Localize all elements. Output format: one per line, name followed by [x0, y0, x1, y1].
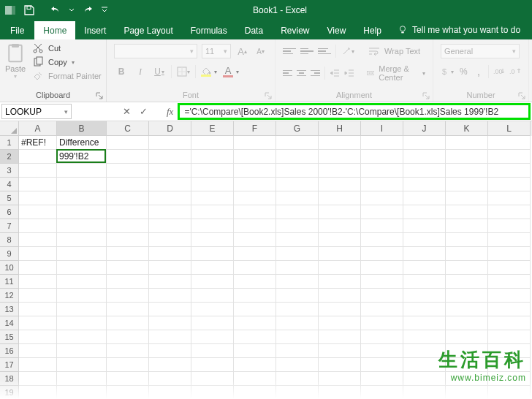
cell[interactable]: [19, 261, 57, 275]
row-header[interactable]: 14: [0, 316, 19, 330]
cell[interactable]: [488, 233, 531, 247]
cell[interactable]: [57, 289, 107, 303]
cell[interactable]: [191, 164, 234, 178]
cell[interactable]: [319, 205, 361, 219]
cell[interactable]: [57, 330, 107, 344]
cancel-button[interactable]: ✕: [123, 106, 131, 117]
cell[interactable]: [276, 247, 319, 261]
cell[interactable]: [149, 150, 191, 164]
col-header[interactable]: B: [57, 121, 107, 136]
cell[interactable]: [191, 261, 234, 275]
cell[interactable]: [19, 164, 57, 178]
select-all-corner[interactable]: [0, 121, 19, 136]
cell[interactable]: [57, 316, 107, 330]
cell[interactable]: [361, 219, 403, 233]
cell[interactable]: [403, 261, 446, 275]
cell[interactable]: [19, 316, 57, 330]
tab-home[interactable]: Home: [34, 21, 75, 39]
cell[interactable]: [319, 233, 361, 247]
cell[interactable]: [107, 358, 149, 372]
cell[interactable]: [19, 358, 57, 372]
cell[interactable]: [361, 330, 403, 344]
comma-button[interactable]: ,: [474, 64, 484, 79]
cell[interactable]: [234, 289, 276, 303]
cell[interactable]: [276, 330, 319, 344]
row-header[interactable]: 2: [0, 150, 19, 164]
col-header[interactable]: C: [107, 121, 149, 136]
cell[interactable]: [488, 289, 531, 303]
cell[interactable]: [191, 289, 234, 303]
align-center-button[interactable]: [297, 67, 306, 79]
cell[interactable]: [107, 164, 149, 178]
cell[interactable]: [191, 247, 234, 261]
col-header[interactable]: A: [19, 121, 57, 136]
cell[interactable]: [403, 289, 446, 303]
cell[interactable]: [191, 219, 234, 233]
bold-button[interactable]: B: [114, 64, 129, 79]
merge-center-button[interactable]: Merge & Center▾: [367, 64, 425, 82]
cell[interactable]: [234, 358, 276, 372]
cell[interactable]: [149, 358, 191, 372]
cell[interactable]: [319, 344, 361, 358]
align-middle-button[interactable]: [300, 45, 314, 57]
cell[interactable]: [403, 303, 446, 316]
col-header[interactable]: K: [446, 121, 488, 136]
row-header[interactable]: 5: [0, 191, 19, 205]
cell[interactable]: [446, 164, 488, 178]
cell[interactable]: [488, 303, 531, 316]
cell[interactable]: [234, 316, 276, 330]
cell[interactable]: [107, 219, 149, 233]
cell[interactable]: [57, 247, 107, 261]
cell[interactable]: [488, 219, 531, 233]
cell[interactable]: [403, 233, 446, 247]
accounting-format-button[interactable]: $▾: [441, 64, 454, 79]
tab-help[interactable]: Help: [354, 21, 390, 39]
qat-customize-icon[interactable]: [101, 4, 108, 16]
cell[interactable]: [403, 164, 446, 178]
col-header[interactable]: H: [319, 121, 361, 136]
cell[interactable]: [319, 330, 361, 344]
col-header[interactable]: E: [191, 121, 234, 136]
cell[interactable]: [361, 358, 403, 372]
cell[interactable]: [149, 191, 191, 205]
cell[interactable]: [107, 330, 149, 344]
fx-label[interactable]: fx: [167, 102, 178, 121]
wrap-text-button[interactable]: Wrap Text: [368, 46, 420, 56]
row-header[interactable]: 4: [0, 178, 19, 191]
name-box[interactable]: LOOKUP▾: [1, 104, 72, 119]
cell[interactable]: [361, 136, 403, 150]
cell[interactable]: [488, 261, 531, 275]
cell[interactable]: #REF!: [19, 136, 57, 150]
col-header[interactable]: D: [149, 121, 191, 136]
cell[interactable]: [191, 275, 234, 289]
cell[interactable]: [403, 247, 446, 261]
paste-button[interactable]: Paste ▾: [0, 39, 31, 89]
cell[interactable]: [276, 150, 319, 164]
cell[interactable]: [19, 289, 57, 303]
cell[interactable]: [488, 164, 531, 178]
cell[interactable]: [149, 275, 191, 289]
cell[interactable]: [361, 178, 403, 191]
cell[interactable]: [361, 261, 403, 275]
cell[interactable]: [57, 233, 107, 247]
cell[interactable]: [403, 178, 446, 191]
cell[interactable]: [57, 205, 107, 219]
cell[interactable]: [107, 178, 149, 191]
font-name-combo[interactable]: ▾: [114, 44, 197, 58]
cell[interactable]: [149, 344, 191, 358]
cell[interactable]: [319, 178, 361, 191]
align-right-button[interactable]: [311, 67, 320, 79]
col-header[interactable]: L: [488, 121, 531, 136]
tab-view[interactable]: View: [319, 21, 355, 39]
row-header[interactable]: 1: [0, 136, 19, 150]
cell[interactable]: [149, 205, 191, 219]
cell[interactable]: [488, 275, 531, 289]
cell[interactable]: [107, 344, 149, 358]
cell[interactable]: [234, 330, 276, 344]
cell[interactable]: [19, 303, 57, 316]
cell[interactable]: [149, 261, 191, 275]
cell[interactable]: [446, 247, 488, 261]
cell[interactable]: [234, 261, 276, 275]
col-header[interactable]: J: [403, 121, 446, 136]
cell[interactable]: [19, 233, 57, 247]
